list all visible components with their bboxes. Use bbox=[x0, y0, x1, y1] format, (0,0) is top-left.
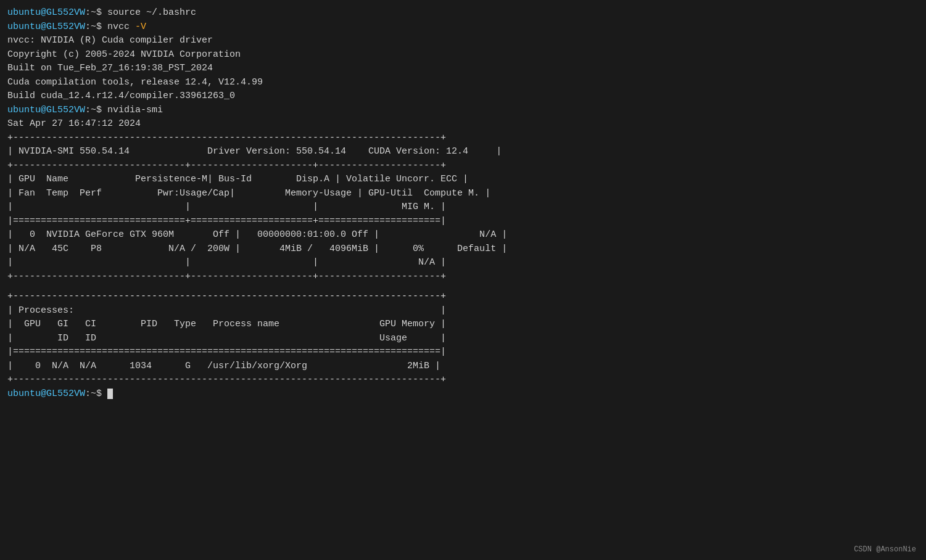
cursor bbox=[107, 389, 113, 399]
final-prompt-line: ubuntu@GL552VW:~$ bbox=[7, 387, 919, 401]
watermark: CSDN @AnsonNie bbox=[854, 545, 916, 554]
nvcc-line-5: Build cuda_12.4.r12.4/compiler.33961263_… bbox=[7, 89, 919, 104]
nvcc-line-3: Built on Tue_Feb_27_16:19:38_PST_2024 bbox=[7, 62, 919, 76]
prompt-user-3: ubuntu@GL552VW bbox=[7, 105, 85, 115]
prompt-user-final: ubuntu@GL552VW bbox=[7, 389, 85, 399]
nvcc-line-4: Cuda compilation tools, release 12.4, V1… bbox=[7, 76, 919, 90]
line-2: ubuntu@GL552VW:~$ nvcc -V bbox=[7, 20, 919, 35]
nvcc-line-2: Copyright (c) 2005-2024 NVIDIA Corporati… bbox=[7, 48, 919, 62]
prompt-user-2: ubuntu@GL552VW bbox=[7, 22, 85, 32]
line-nvidia-smi-cmd: ubuntu@GL552VW:~$ nvidia-smi bbox=[7, 104, 919, 118]
smi-table: +---------------------------------------… bbox=[7, 131, 919, 284]
nvcc-line-1: nvcc: NVIDIA (R) Cuda compiler driver bbox=[7, 34, 919, 48]
spacer bbox=[7, 284, 919, 290]
smi-date: Sat Apr 27 16:47:12 2024 bbox=[7, 117, 919, 131]
line-1: ubuntu@GL552VW:~$ source ~/.bashrc bbox=[7, 6, 919, 20]
prompt-user: ubuntu@GL552VW bbox=[7, 7, 85, 18]
processes-table: +---------------------------------------… bbox=[7, 290, 919, 387]
terminal-window: ubuntu@GL552VW:~$ source ~/.bashrc ubunt… bbox=[7, 6, 919, 401]
